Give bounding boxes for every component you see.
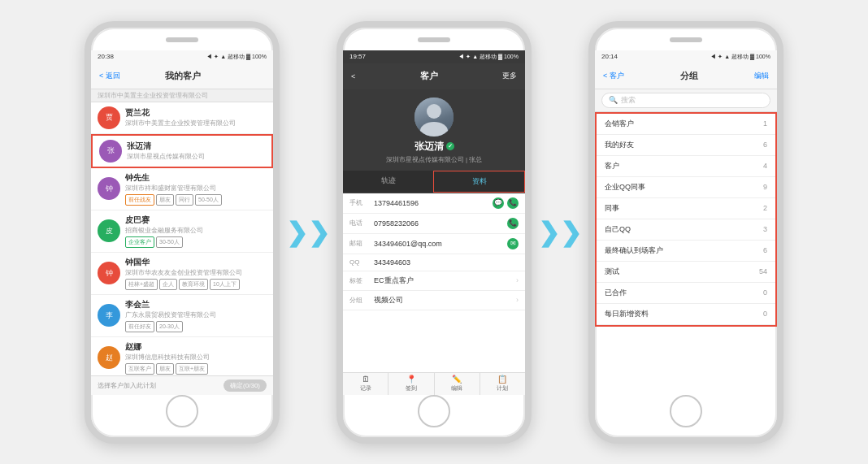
nav-back-3[interactable]: < 客户 bbox=[603, 71, 624, 81]
customer-list-content: 深圳市中美置主企业投资管理有限公司 贾 贾兰花 深圳市中美置主企业投资管理有限公… bbox=[91, 89, 273, 375]
action-checkin[interactable]: 📍 签到 bbox=[388, 373, 434, 395]
group-item-3[interactable]: 企业QQ同事 9 bbox=[597, 177, 775, 198]
avatar-1: 张 bbox=[99, 140, 122, 163]
group-item-5[interactable]: 自己QQ 3 bbox=[597, 219, 775, 241]
customer-item-5[interactable]: 李 李会兰 广东永晨贸易投资管理有限公司 前任好友 20-30人 bbox=[91, 295, 273, 337]
customer-item-2[interactable]: 钟 钟先生 深圳市祥和盛财富管理有限公司 前任战友 朋友 同行 50-50人 bbox=[91, 168, 273, 210]
group-item-1[interactable]: 我的好友 6 bbox=[597, 135, 775, 156]
avatar-5: 李 bbox=[98, 304, 120, 327]
customer-info-1: 张迈清 深圳市星视点传媒有限公司 bbox=[127, 141, 265, 161]
customer-list: 贾 贾兰花 深圳市中美置主企业投资管理有限公司 张 张迈清 深圳市星视点传媒有限… bbox=[91, 102, 273, 375]
status-bar-2: 19:57 ◀ ✦ ▲ 超移动 ▓ 100% bbox=[343, 50, 525, 63]
nav-bar-3: < 客户 分组 编辑 bbox=[595, 63, 777, 89]
info-icons-email: ✉ bbox=[507, 238, 519, 249]
info-row-tag[interactable]: 标签 EC重点客户 › bbox=[343, 271, 525, 291]
info-row-email: 邮箱 343494601@qq.com ✉ bbox=[343, 234, 525, 254]
customer-item-6[interactable]: 赵 赵娜 深圳博信息科技科技有限公司 互联客户 朋友 互联+朋友 bbox=[91, 337, 273, 375]
nav-action-3[interactable]: 编辑 bbox=[754, 71, 769, 81]
call-icon-2[interactable]: 📞 bbox=[507, 218, 519, 229]
nav-title-1: 我的客户 bbox=[165, 70, 201, 82]
profile-avatar bbox=[414, 98, 454, 137]
profile-tabs: 轨迹 资料 bbox=[343, 171, 525, 193]
avatar-3: 皮 bbox=[98, 219, 120, 242]
action-bar: 🗓 记录 📍 签到 ✏️ 编辑 📋 计划 bbox=[343, 372, 525, 395]
customer-info-0: 贾兰花 深圳市中美置主企业投资管理有限公司 bbox=[125, 107, 267, 128]
email-icon[interactable]: ✉ bbox=[507, 238, 519, 249]
edit-icon: ✏️ bbox=[452, 375, 462, 384]
group-item-0[interactable]: 会销客户 1 bbox=[597, 114, 775, 135]
nav-bar-1: < 返回 我的客户 bbox=[91, 63, 273, 89]
footer-bar-1: 选择客户加入此计划 确定(0/30) bbox=[91, 375, 273, 395]
nav-back-2[interactable]: < bbox=[351, 72, 355, 80]
arrow-2: ❯❯ bbox=[540, 219, 580, 245]
action-plan[interactable]: 📋 计划 bbox=[480, 373, 525, 395]
group-item-8[interactable]: 已合作 0 bbox=[597, 283, 775, 304]
search-bar: 🔍 搜索 bbox=[595, 89, 777, 112]
profile-header: 张迈清 ✓ 深圳市星视点传媒有限公司 | 张总 bbox=[343, 89, 525, 171]
avatar-6: 赵 bbox=[98, 346, 120, 369]
action-record[interactable]: 🗓 记录 bbox=[343, 373, 388, 395]
search-icon: 🔍 bbox=[609, 96, 618, 104]
chat-icon[interactable]: 💬 bbox=[493, 197, 504, 209]
info-row-qq: QQ 343494603 bbox=[343, 254, 525, 271]
tab-info[interactable]: 资料 bbox=[433, 171, 525, 193]
phone-3: 20:14 ◀ ✦ ▲ 超移动 ▓ 100% < 客户 分组 编辑 🔍 搜索 会… bbox=[588, 21, 783, 444]
group-item-9[interactable]: 每日新增资料 0 bbox=[597, 304, 775, 325]
status-bar-3: 20:14 ◀ ✦ ▲ 超移动 ▓ 100% bbox=[595, 50, 777, 63]
tab-trajectory[interactable]: 轨迹 bbox=[343, 171, 433, 193]
avatar-2: 钟 bbox=[98, 177, 120, 200]
customer-tags-2: 前任战友 朋友 同行 50-50人 bbox=[125, 194, 267, 206]
scene: 20:38 ◀ ✦ ▲ 超移动 ▓ 100% < 返回 我的客户 深圳市中美置主… bbox=[0, 0, 868, 464]
arrow-group: › bbox=[516, 296, 519, 304]
nav-bar-2: < 客户 更多 bbox=[343, 63, 525, 89]
group-item-7[interactable]: 测试 54 bbox=[597, 262, 775, 283]
groups-container: 会销客户 1 我的好友 6 客户 4 企业QQ同事 9 同事 2 bbox=[595, 112, 777, 327]
info-row-group[interactable]: 分组 视频公司 › bbox=[343, 291, 525, 310]
customer-tags-6: 互联客户 朋友 互联+朋友 bbox=[125, 363, 267, 375]
nav-title-3: 分组 bbox=[680, 70, 698, 82]
customer-info-4: 钟国华 深圳市华农友友金创业投资管理有限公司 桂林+盛超 企人 教育环境 10人… bbox=[125, 257, 267, 290]
info-row-phone: 电话 07958232066 📞 bbox=[343, 214, 525, 234]
customer-info-6: 赵娜 深圳博信息科技科技有限公司 互联客户 朋友 互联+朋友 bbox=[125, 341, 267, 375]
customer-info-2: 钟先生 深圳市祥和盛财富管理有限公司 前任战友 朋友 同行 50-50人 bbox=[125, 172, 267, 206]
customer-item-3[interactable]: 皮 皮巴赛 招商银业金融服务有限公司 企业客户 30-50人 bbox=[91, 210, 273, 253]
action-edit[interactable]: ✏️ 编辑 bbox=[435, 373, 480, 395]
search-input-wrap[interactable]: 🔍 搜索 bbox=[601, 93, 770, 108]
phone-1: 20:38 ◀ ✦ ▲ 超移动 ▓ 100% < 返回 我的客户 深圳市中美置主… bbox=[85, 21, 280, 444]
group-item-4[interactable]: 同事 2 bbox=[597, 198, 775, 219]
nav-action-2[interactable]: 更多 bbox=[502, 71, 517, 81]
avatar-4: 钟 bbox=[98, 262, 120, 284]
arrow-1: ❯❯ bbox=[288, 219, 328, 245]
customer-tags-5: 前任好友 20-30人 bbox=[125, 321, 267, 332]
arrow-tag: › bbox=[516, 276, 519, 284]
phone-2: 19:57 ◀ ✦ ▲ 超移动 ▓ 100% < 客户 更多 张迈清 ✓ 深圳市… bbox=[336, 21, 532, 444]
status-icons-1: ◀ ✦ ▲ 超移动 ▓ 100% bbox=[206, 53, 267, 61]
record-icon: 🗓 bbox=[362, 375, 370, 384]
status-icons-3: ◀ ✦ ▲ 超移动 ▓ 100% bbox=[710, 53, 770, 61]
customer-tags-4: 桂林+盛超 企人 教育环境 10人上下 bbox=[125, 279, 267, 290]
group-item-2[interactable]: 客户 4 bbox=[597, 156, 775, 177]
customer-info-3: 皮巴赛 招商银业金融服务有限公司 企业客户 30-50人 bbox=[125, 215, 267, 248]
time-1: 20:38 bbox=[98, 53, 114, 60]
time-2: 19:57 bbox=[349, 53, 366, 60]
profile-company: 深圳市星视点传媒有限公司 | 张总 bbox=[386, 155, 483, 164]
nav-back-1[interactable]: < 返回 bbox=[99, 71, 120, 81]
profile-avatar-img bbox=[414, 98, 454, 137]
customer-tags-3: 企业客户 30-50人 bbox=[125, 236, 267, 248]
status-bar-1: 20:38 ◀ ✦ ▲ 超移动 ▓ 100% bbox=[91, 50, 273, 63]
verified-badge: ✓ bbox=[446, 142, 454, 150]
profile-name: 张迈清 ✓ bbox=[414, 140, 454, 154]
customer-info-5: 李会兰 广东永晨贸易投资管理有限公司 前任好友 20-30人 bbox=[125, 299, 267, 332]
customer-item-4[interactable]: 钟 钟国华 深圳市华农友友金创业投资管理有限公司 桂林+盛超 企人 教育环境 1… bbox=[91, 253, 273, 295]
avatar-0: 贾 bbox=[98, 106, 120, 129]
info-icons-mobile: 💬 📞 bbox=[493, 197, 519, 209]
customer-item-0[interactable]: 贾 贾兰花 深圳市中美置主企业投资管理有限公司 bbox=[91, 102, 273, 134]
info-row-mobile: 手机 13794461596 💬 📞 bbox=[343, 193, 525, 214]
plan-icon: 📋 bbox=[497, 375, 507, 384]
group-item-6[interactable]: 最终确认到场客户 6 bbox=[597, 241, 775, 262]
status-icons-2: ◀ ✦ ▲ 超移动 ▓ 100% bbox=[458, 53, 519, 61]
nav-title-2: 客户 bbox=[420, 70, 438, 82]
time-3: 20:14 bbox=[601, 53, 618, 60]
call-icon[interactable]: 📞 bbox=[507, 197, 519, 209]
customer-item-1[interactable]: 张 张迈清 深圳市星视点传媒有限公司 bbox=[91, 134, 273, 168]
